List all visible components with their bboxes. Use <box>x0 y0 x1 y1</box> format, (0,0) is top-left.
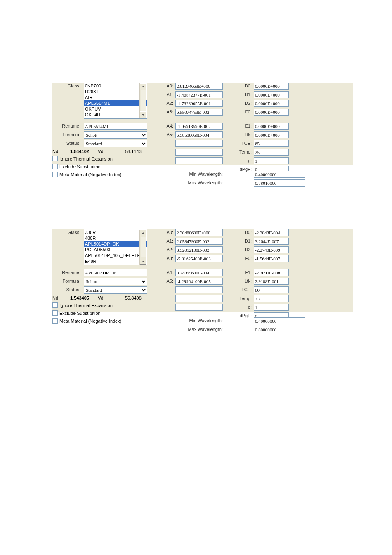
blank1-input[interactable] <box>175 140 223 147</box>
list-item[interactable]: OKPUV <box>84 106 147 112</box>
a0-input[interactable] <box>175 83 223 90</box>
status-select[interactable]: Standard <box>84 286 147 294</box>
scrollbar[interactable] <box>139 83 146 118</box>
formula-select[interactable]: Schott <box>84 131 147 139</box>
glass-listbox[interactable]: 0KP700 D263T AIR APL5514ML OKPUV OKP4HT <box>84 83 147 119</box>
scroll-track[interactable] <box>141 90 146 111</box>
list-item[interactable]: 330R <box>84 229 147 235</box>
blank2-input[interactable] <box>175 295 223 302</box>
scroll-up-icon[interactable] <box>140 83 146 90</box>
exclude-substitution-checkbox[interactable]: Exclude Substitution <box>52 164 101 169</box>
formula-select[interactable]: Schott <box>84 278 147 285</box>
a1-label: A1: <box>165 239 173 243</box>
list-item[interactable]: 0KP700 <box>84 83 147 89</box>
max-wl-input[interactable] <box>254 179 305 187</box>
rename-input[interactable] <box>84 269 147 276</box>
max-wl-label: Max Wavelength: <box>167 180 223 185</box>
ltk-input[interactable] <box>254 131 289 138</box>
e1-input[interactable] <box>254 269 289 276</box>
glass-label: Glass: <box>52 83 80 88</box>
glass-panel-b: Glass: 330R 480R APL5014DP_OK PC_AD5503 … <box>52 229 353 312</box>
scrollbar[interactable] <box>139 230 146 265</box>
scroll-down-icon[interactable] <box>140 258 146 265</box>
glass-panel-a: Glass: 0KP700 D263T AIR APL5514ML OKPUV … <box>52 83 353 165</box>
e1-label: E1: <box>235 123 252 128</box>
a0-input[interactable] <box>175 229 223 236</box>
nd-label: Nd: <box>52 295 59 300</box>
a5-input[interactable] <box>175 278 223 285</box>
meta-material-checkbox[interactable]: Meta Material (Negative Index) <box>52 318 121 324</box>
tce-input[interactable] <box>254 286 289 293</box>
d2-input[interactable] <box>254 246 289 253</box>
blank2-input[interactable] <box>175 149 223 156</box>
a4-input[interactable] <box>175 269 223 276</box>
d1-input[interactable] <box>254 238 289 245</box>
exclude-substitution-checkbox[interactable]: Exclude Substitution <box>52 310 101 316</box>
rename-input[interactable] <box>84 123 147 130</box>
nd-value: 1.543405 <box>70 295 89 300</box>
ignore-thermal-checkbox[interactable]: Ignore Thermal Expansion <box>52 156 113 161</box>
a3-input[interactable] <box>175 255 223 262</box>
a3-label: A3: <box>165 256 173 261</box>
p-input[interactable] <box>254 304 289 311</box>
blank3-input[interactable] <box>175 157 223 164</box>
list-item[interactable]: PC_AD5503 <box>84 247 147 253</box>
d2-label: D2: <box>235 247 252 252</box>
a1-input[interactable] <box>175 238 223 245</box>
list-item[interactable]: APL5014DP_OK <box>84 241 147 247</box>
scroll-down-icon[interactable] <box>140 111 146 118</box>
e0-label: E0: <box>235 256 252 261</box>
vd-value: 55.8498 <box>125 295 142 300</box>
vd-label: Vd: <box>98 149 105 154</box>
a2-label: A2: <box>165 247 173 252</box>
status-select[interactable]: Standard <box>84 140 147 147</box>
a2-label: A2: <box>165 101 173 106</box>
a4-input[interactable] <box>175 123 223 130</box>
e1-input[interactable] <box>254 123 289 130</box>
list-item[interactable]: AIR <box>84 94 147 100</box>
tce-input[interactable] <box>254 140 289 147</box>
list-item[interactable]: 480R <box>84 235 147 241</box>
list-item[interactable]: APL5514ML <box>84 100 147 106</box>
min-wl-input[interactable] <box>254 317 305 324</box>
a2-input[interactable] <box>175 100 223 107</box>
scroll-track[interactable] <box>141 237 146 257</box>
d0-input[interactable] <box>254 229 289 236</box>
list-item[interactable]: E48R <box>84 258 147 264</box>
p-input[interactable] <box>254 157 289 164</box>
e0-input[interactable] <box>254 255 289 262</box>
glass-listbox[interactable]: 330R 480R APL5014DP_OK PC_AD5503 APL5014… <box>84 229 147 265</box>
e0-input[interactable] <box>254 109 289 116</box>
a2-input[interactable] <box>175 246 223 253</box>
d0-input[interactable] <box>254 83 289 90</box>
list-item[interactable]: D263T <box>84 89 147 94</box>
min-wl-label: Min Wavelength: <box>167 172 223 177</box>
temp-label: Temp: <box>235 296 252 301</box>
vd-value: 56.1143 <box>125 149 142 154</box>
ignore-thermal-label: Ignore Thermal Expansion <box>59 156 113 161</box>
a5-input[interactable] <box>175 131 223 138</box>
list-item[interactable]: APL5014DP_405_DELETE <box>84 253 147 258</box>
d2-input[interactable] <box>254 100 289 107</box>
tce-label: TCE: <box>235 287 252 292</box>
e0-label: E0: <box>235 109 252 114</box>
temp-input[interactable] <box>254 149 289 156</box>
max-wl-input[interactable] <box>254 326 305 333</box>
a0-label: A0: <box>165 230 173 235</box>
meta-material-checkbox[interactable]: Meta Material (Negative Index) <box>52 172 121 177</box>
scroll-up-icon[interactable] <box>140 230 146 236</box>
blank3-input[interactable] <box>175 304 223 311</box>
a0-label: A0: <box>165 83 173 88</box>
list-item[interactable]: OKP4HT <box>84 112 147 118</box>
tce-label: TCE: <box>235 141 252 146</box>
d1-input[interactable] <box>254 91 289 98</box>
meta-material-label: Meta Material (Negative Index) <box>59 172 121 177</box>
min-wl-input[interactable] <box>254 171 305 178</box>
blank1-input[interactable] <box>175 286 223 293</box>
ignore-thermal-checkbox[interactable]: Ignore Thermal Expansion <box>52 302 113 308</box>
a1-input[interactable] <box>175 91 223 98</box>
ltk-input[interactable] <box>254 278 289 285</box>
a3-input[interactable] <box>175 109 223 116</box>
formula-label: Formula: <box>52 279 80 283</box>
temp-input[interactable] <box>254 295 289 302</box>
